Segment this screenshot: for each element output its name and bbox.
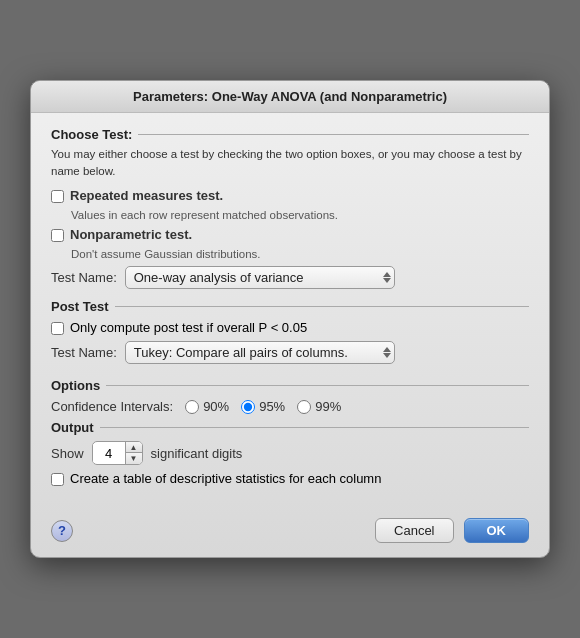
spinner-buttons: ▲ ▼ <box>125 442 142 464</box>
only-compute-checkbox[interactable] <box>51 322 64 335</box>
ci-95-option[interactable]: 95% <box>241 399 285 414</box>
repeated-measures-checkbox[interactable] <box>51 190 64 203</box>
only-compute-label[interactable]: Only compute post test if overall P < 0.… <box>70 320 307 335</box>
post-test-name-select[interactable]: Tukey: Compare all pairs of columns. Dun… <box>125 341 395 364</box>
options-header: Options <box>51 378 529 393</box>
ci-99-radio[interactable] <box>297 400 311 414</box>
ok-button[interactable]: OK <box>464 518 530 543</box>
test-name-select[interactable]: One-way analysis of variance Kruskal-Wal… <box>125 266 395 289</box>
ci-95-label[interactable]: 95% <box>259 399 285 414</box>
title-bar: Parameters: One-Way ANOVA (and Nonparame… <box>31 81 549 113</box>
spinner-up-button[interactable]: ▲ <box>126 442 142 453</box>
repeated-measures-row: Repeated measures test. <box>51 188 529 203</box>
post-test-header: Post Test <box>51 299 529 314</box>
dialog-title: Parameters: One-Way ANOVA (and Nonparame… <box>133 89 447 104</box>
nonparametric-row: Nonparametric test. <box>51 227 529 242</box>
descriptive-stats-row: Create a table of descriptive statistics… <box>51 471 529 486</box>
action-buttons: Cancel OK <box>375 518 529 543</box>
output-divider <box>100 427 529 428</box>
section-divider <box>138 134 529 135</box>
choose-test-header: Choose Test: <box>51 127 529 142</box>
ci-99-label[interactable]: 99% <box>315 399 341 414</box>
dialog-window: Parameters: One-Way ANOVA (and Nonparame… <box>30 80 550 559</box>
significant-digits-input[interactable] <box>93 444 125 463</box>
nonparametric-checkbox[interactable] <box>51 229 64 242</box>
test-name-label: Test Name: <box>51 270 117 285</box>
nonparametric-sublabel: Don't assume Gaussian distributions. <box>71 248 529 260</box>
spinner-down-button[interactable]: ▼ <box>126 453 142 464</box>
descriptive-stats-label[interactable]: Create a table of descriptive statistics… <box>70 471 381 486</box>
ci-95-radio[interactable] <box>241 400 255 414</box>
help-button[interactable]: ? <box>51 520 73 542</box>
test-name-row: Test Name: One-way analysis of variance … <box>51 266 529 289</box>
choose-test-description: You may either choose a test by checking… <box>51 146 529 181</box>
nonparametric-label[interactable]: Nonparametric test. <box>70 227 192 242</box>
only-compute-row: Only compute post test if overall P < 0.… <box>51 320 529 335</box>
show-digits-row: Show ▲ ▼ significant digits <box>51 441 529 465</box>
confidence-intervals-row: Confidence Intervals: 90% 95% 99% <box>51 399 529 414</box>
options-divider <box>106 385 529 386</box>
significant-digits-label: significant digits <box>151 446 243 461</box>
dialog-footer: ? Cancel OK <box>31 508 549 557</box>
post-test-name-row: Test Name: Tukey: Compare all pairs of c… <box>51 341 529 364</box>
test-name-select-wrapper: One-way analysis of variance Kruskal-Wal… <box>125 266 395 289</box>
post-test-name-select-wrapper: Tukey: Compare all pairs of columns. Dun… <box>125 341 395 364</box>
ci-90-label[interactable]: 90% <box>203 399 229 414</box>
cancel-button[interactable]: Cancel <box>375 518 453 543</box>
descriptive-stats-checkbox[interactable] <box>51 473 64 486</box>
confidence-intervals-label: Confidence Intervals: <box>51 399 173 414</box>
ci-90-radio[interactable] <box>185 400 199 414</box>
output-header: Output <box>51 420 529 435</box>
post-test-name-label: Test Name: <box>51 345 117 360</box>
show-label: Show <box>51 446 84 461</box>
repeated-measures-sublabel: Values in each row represent matched obs… <box>71 209 529 221</box>
ci-99-option[interactable]: 99% <box>297 399 341 414</box>
repeated-measures-label[interactable]: Repeated measures test. <box>70 188 223 203</box>
post-test-divider <box>115 306 529 307</box>
ci-90-option[interactable]: 90% <box>185 399 229 414</box>
significant-digits-spinner[interactable]: ▲ ▼ <box>92 441 143 465</box>
